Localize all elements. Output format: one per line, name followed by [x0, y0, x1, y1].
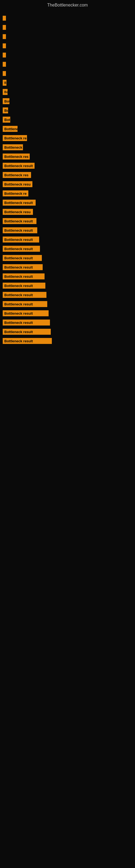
- bar-label: Bottlene: [3, 126, 17, 132]
- bar-label: Bottleneck resu: [3, 209, 33, 215]
- bar-row: Bo: [3, 106, 132, 114]
- bar-row: [3, 51, 132, 59]
- bar-row: [3, 14, 132, 22]
- bar-label: [3, 25, 6, 30]
- bar-row: Bottleneck result: [3, 273, 132, 280]
- bar-label: Bottleneck result: [3, 338, 52, 344]
- bars-container: BBoBottBoBottBottleneBottleneck reBottle…: [0, 9, 135, 346]
- bar-row: Bottleneck result: [3, 328, 132, 336]
- bar-label: [3, 71, 6, 76]
- bar-label: Bottleneck res: [3, 154, 30, 159]
- bar-label: Bo: [3, 107, 8, 113]
- bar-label: Bott: [3, 117, 10, 123]
- bar-row: Bott: [3, 97, 132, 105]
- bar-label: Bottleneck re: [3, 135, 27, 141]
- bar-row: [3, 42, 132, 50]
- bar-row: Bottleneck result: [3, 245, 132, 252]
- bar-label: Bottleneck re: [3, 190, 28, 196]
- bar-row: Bottleneck resu: [3, 208, 132, 216]
- bar-label: [3, 34, 6, 39]
- bar-label: Bottleneck res: [3, 172, 31, 178]
- bar-label: Bottleneck: [3, 144, 23, 150]
- bar-label: Bottleneck result: [3, 255, 42, 261]
- bar-row: Bottleneck res: [3, 171, 132, 179]
- bar-label: Bottleneck result: [3, 199, 36, 206]
- bar-row: Bottleneck result: [3, 282, 132, 289]
- bar-row: [3, 61, 132, 68]
- bar-label: Bottleneck result: [3, 301, 47, 307]
- bar-row: Bottleneck result: [3, 236, 132, 243]
- bar-label: [3, 62, 6, 67]
- bar-label: B: [3, 80, 6, 86]
- bar-row: Bottleneck result: [3, 217, 132, 225]
- bar-label: [3, 53, 6, 58]
- bar-label: Bottleneck result: [3, 218, 37, 224]
- bar-row: [3, 24, 132, 31]
- bar-row: Bottleneck result: [3, 226, 132, 234]
- bar-label: Bottleneck result: [3, 264, 43, 270]
- site-title: TheBottlenecker.com: [0, 0, 135, 9]
- bar-row: Bottleneck result: [3, 254, 132, 262]
- bar-label: Bottleneck result: [3, 329, 51, 335]
- bar-row: [3, 70, 132, 77]
- bar-label: Bottleneck resu: [3, 181, 32, 187]
- bar-row: Bottleneck result: [3, 291, 132, 299]
- bar-row: [3, 33, 132, 40]
- bar-label: Bottleneck result: [3, 292, 46, 298]
- bar-row: Bottleneck resu: [3, 180, 132, 188]
- bar-label: Bottleneck result: [3, 273, 45, 279]
- bar-label: Bottleneck result: [3, 319, 50, 326]
- bar-label: Bott: [3, 98, 9, 104]
- bar-row: Bottleneck result: [3, 199, 132, 207]
- bar-label: [3, 16, 6, 21]
- bar-row: Bottleneck res: [3, 153, 132, 160]
- bar-row: B: [3, 79, 132, 87]
- bar-row: Bottleneck result: [3, 300, 132, 308]
- bar-row: Bo: [3, 88, 132, 96]
- bar-row: Bottleneck result: [3, 162, 132, 169]
- bar-row: Bottleneck result: [3, 310, 132, 317]
- site-title-container: TheBottlenecker.com: [0, 0, 135, 9]
- bar-label: Bottleneck result: [3, 310, 49, 316]
- bar-row: Bottleneck re: [3, 134, 132, 142]
- bar-label: Bottleneck result: [3, 246, 40, 252]
- bar-label: Bottleneck result: [3, 163, 35, 169]
- bar-label: [3, 43, 6, 48]
- bar-label: Bottleneck result: [3, 283, 45, 289]
- bar-row: Bottleneck result: [3, 264, 132, 271]
- bar-row: Bottleneck re: [3, 190, 132, 197]
- bar-row: Bottleneck: [3, 144, 132, 151]
- bar-row: Bottlene: [3, 125, 132, 133]
- bar-label: Bottleneck result: [3, 227, 37, 233]
- bar-row: Bott: [3, 116, 132, 123]
- bar-row: Bottleneck result: [3, 319, 132, 326]
- bar-label: Bottleneck result: [3, 237, 39, 243]
- bar-row: Bottleneck result: [3, 337, 132, 345]
- bar-label: Bo: [3, 89, 8, 95]
